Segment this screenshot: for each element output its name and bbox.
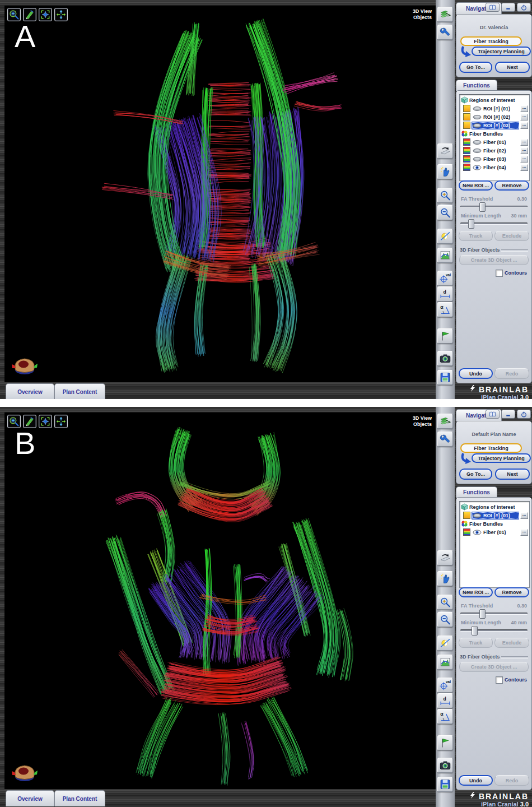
- color-chip[interactable]: [463, 155, 470, 163]
- visibility-eye-icon[interactable]: [473, 513, 482, 518]
- 3d-viewport[interactable]: 3D View Objects B: [4, 412, 436, 789]
- tree-item-main[interactable]: Fiber (02): [472, 147, 519, 155]
- pan-move-button[interactable]: [54, 415, 68, 428]
- functions-tab[interactable]: Functions: [456, 80, 497, 91]
- fa-threshold-slider[interactable]: [460, 202, 528, 211]
- visibility-eye-icon[interactable]: [473, 123, 482, 128]
- tree-group-header[interactable]: Fiber Bundles: [460, 520, 529, 528]
- tree-item[interactable]: ROI [#] (02)...: [460, 113, 529, 121]
- item-options-button[interactable]: ...: [520, 139, 528, 146]
- visibility-eye-icon[interactable]: [473, 530, 482, 535]
- minimize-button[interactable]: [501, 410, 515, 419]
- visibility-eye-icon[interactable]: [473, 114, 482, 120]
- zoom-in-button[interactable]: [437, 188, 453, 203]
- remove-button[interactable]: Remove: [494, 587, 529, 597]
- color-chip[interactable]: [463, 138, 470, 146]
- objects-tree-list[interactable]: Regions of InterestROI [#] (01)...Fiber …: [459, 501, 530, 588]
- measure-distance-button[interactable]: d: [437, 693, 453, 708]
- contours-checkbox[interactable]: [496, 270, 503, 277]
- slider-thumb[interactable]: [472, 626, 478, 636]
- item-options-button[interactable]: ...: [520, 105, 528, 112]
- visibility-eye-icon[interactable]: [473, 140, 482, 145]
- histogram-button[interactable]: [437, 655, 453, 670]
- measure-distance-button[interactable]: d: [437, 286, 453, 302]
- tree-item[interactable]: Fiber (03)...: [460, 155, 529, 163]
- color-chip[interactable]: [463, 164, 470, 171]
- trajectory-planning-step-button[interactable]: Trajectory Planning: [472, 47, 531, 56]
- flag-marker-button[interactable]: [437, 328, 453, 344]
- color-chip[interactable]: [463, 122, 470, 129]
- redo-button[interactable]: Redo: [494, 775, 529, 786]
- visibility-eye-icon[interactable]: [473, 106, 482, 112]
- tree-group-header[interactable]: Regions of Interest: [460, 503, 529, 511]
- exclude-button[interactable]: Exclude: [494, 231, 529, 241]
- recenter-view-button[interactable]: [39, 8, 52, 21]
- tree-item[interactable]: Fiber (01)...: [460, 138, 529, 146]
- visibility-eye-icon[interactable]: [473, 156, 482, 162]
- measure-value-button[interactable]: val: [437, 678, 453, 693]
- color-chip[interactable]: [463, 147, 470, 154]
- tree-item-main[interactable]: ROI [#] (01): [472, 105, 519, 113]
- remove-button[interactable]: Remove: [494, 180, 529, 191]
- tree-item-main[interactable]: Fiber (01): [472, 528, 519, 536]
- next-button[interactable]: Next: [495, 62, 530, 73]
- tree-item-main[interactable]: Fiber (01): [472, 138, 519, 146]
- 3d-viewport[interactable]: 3D View Objects A: [4, 6, 436, 382]
- power-button[interactable]: [517, 3, 531, 12]
- power-button[interactable]: [517, 410, 531, 419]
- color-chip[interactable]: [463, 528, 470, 536]
- fiber-tracking-step-button[interactable]: Fiber Tracking: [460, 36, 522, 46]
- item-options-button[interactable]: ...: [520, 147, 528, 154]
- color-chip[interactable]: [463, 113, 470, 120]
- item-options-button[interactable]: ...: [520, 529, 528, 536]
- layers-button[interactable]: [437, 7, 453, 22]
- slider-track[interactable]: [460, 206, 528, 207]
- measure-angle-button[interactable]: α: [437, 709, 453, 724]
- color-chip[interactable]: [463, 105, 470, 112]
- manual-book-button[interactable]: [486, 410, 500, 419]
- go-to-button[interactable]: Go To...: [459, 469, 492, 480]
- fiber-tracking-step-button[interactable]: Fiber Tracking: [460, 443, 522, 453]
- manual-book-button[interactable]: [486, 3, 500, 12]
- minimum-length-slider[interactable]: [460, 626, 528, 634]
- tree-item[interactable]: Fiber (01)...: [460, 528, 529, 536]
- zoom-out-button[interactable]: [437, 612, 453, 627]
- windowing-button[interactable]: [437, 229, 453, 244]
- slider-thumb[interactable]: [479, 609, 486, 619]
- zoom-in-button[interactable]: [437, 595, 453, 610]
- pan-move-button[interactable]: [54, 8, 68, 21]
- save-button[interactable]: [437, 370, 453, 385]
- redo-button[interactable]: Redo: [494, 368, 529, 379]
- tab-plan-content[interactable]: Plan Content: [54, 790, 105, 806]
- visibility-eye-icon[interactable]: [473, 165, 482, 170]
- slider-thumb[interactable]: [479, 202, 486, 212]
- view-rotate-button[interactable]: [437, 143, 453, 159]
- wrench-button[interactable]: [437, 432, 453, 447]
- tree-item[interactable]: Fiber (02)...: [460, 146, 529, 155]
- item-options-button[interactable]: ...: [520, 156, 528, 163]
- tab-overview[interactable]: Overview: [6, 383, 54, 399]
- tree-item[interactable]: ROI [#] (03)...: [460, 121, 529, 129]
- recenter-view-button[interactable]: [39, 415, 52, 428]
- layers-button[interactable]: [437, 414, 453, 429]
- tree-item[interactable]: ROI [#] (01)...: [460, 104, 529, 113]
- objects-tree-list[interactable]: Regions of InterestROI [#] (01)...ROI [#…: [459, 94, 530, 181]
- save-button[interactable]: [437, 777, 453, 792]
- tree-item-main[interactable]: ROI [#] (02): [472, 113, 519, 121]
- hand-interact-button[interactable]: [437, 571, 453, 586]
- color-chip[interactable]: [463, 512, 470, 519]
- exclude-button[interactable]: Exclude: [494, 638, 529, 648]
- tree-item-selected[interactable]: ROI [#] (01): [472, 512, 519, 520]
- measure-angle-button[interactable]: α: [437, 302, 453, 317]
- functions-tab[interactable]: Functions: [456, 486, 497, 498]
- visibility-eye-icon[interactable]: [473, 148, 482, 154]
- screenshot-camera-button[interactable]: [437, 758, 453, 773]
- screenshot-camera-button[interactable]: [437, 351, 453, 366]
- contours-checkbox[interactable]: [496, 676, 503, 684]
- item-options-button[interactable]: ...: [520, 114, 528, 120]
- wrench-button[interactable]: [437, 25, 453, 40]
- tree-group-header[interactable]: Regions of Interest: [460, 96, 529, 104]
- slider-track[interactable]: [460, 613, 528, 614]
- trajectory-planning-step-button[interactable]: Trajectory Planning: [472, 453, 531, 463]
- track-button[interactable]: Track: [459, 231, 493, 241]
